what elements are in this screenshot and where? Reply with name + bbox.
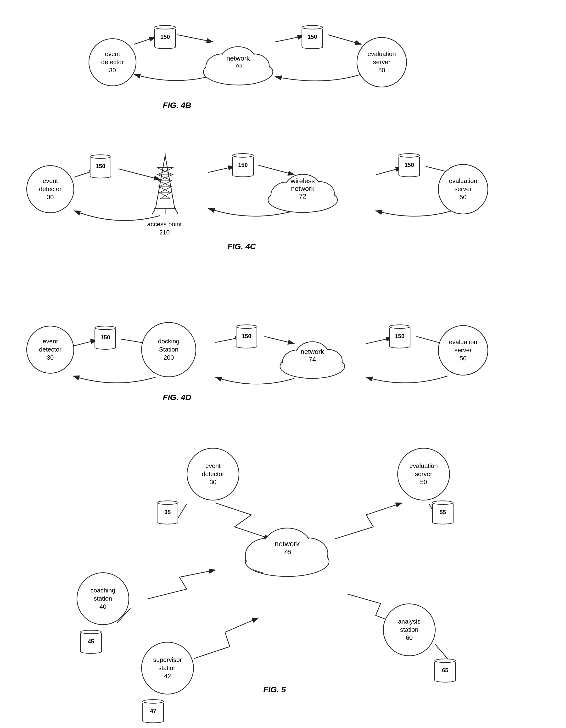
fig5-storage65: 65	[433, 659, 457, 683]
fig4b-storage1-label: 150	[160, 34, 170, 40]
svg-line-8	[208, 166, 235, 172]
fig4c-wireless-network: wireless network 72	[263, 158, 342, 213]
fig4b-storage2: 150	[300, 25, 324, 49]
fig4c-event-detector: event detector 30	[26, 165, 74, 213]
fig4b-network: network 70	[199, 31, 278, 86]
fig4d-docking-station: docking Station 200	[141, 322, 196, 377]
fig4d-storage3: 150	[388, 324, 412, 348]
fig4b-network-label: network 70	[227, 55, 250, 70]
fig4d-storage1: 150	[93, 326, 117, 350]
fig4d-event-detector: event detector 30	[26, 326, 74, 374]
fig4d-network: network 74	[275, 327, 349, 380]
svg-line-31	[156, 156, 165, 208]
fig4d-label: FIG. 4D	[163, 393, 191, 402]
svg-line-32	[165, 156, 175, 208]
fig4b-eval-server-label: evaluation server 50	[367, 50, 396, 74]
fig4d-storage2: 150	[235, 324, 259, 348]
fig4b-eval-server: evaluation server 50	[356, 37, 407, 87]
fig4c-label: FIG. 4C	[227, 242, 256, 251]
fig4b-label: FIG. 4B	[163, 101, 191, 110]
fig4b-storage1: 150	[153, 25, 177, 49]
fig4c-access-point-label: access point210	[147, 220, 182, 237]
fig4c-wireless-network-label: wireless network 72	[290, 177, 315, 200]
fig4c-tower	[141, 153, 189, 216]
fig5-analysis-station: analysis station 60	[383, 603, 435, 656]
fig4c-storage1: 150	[89, 154, 113, 178]
fig4c-storage2: 150	[231, 153, 255, 177]
fig4c-tower-svg	[141, 153, 189, 216]
fig4b-event-detector-label: event detector 30	[101, 50, 124, 74]
fig4b-storage2-label: 150	[307, 34, 317, 40]
fig4d-network-label: network 74	[300, 348, 324, 363]
svg-line-22	[435, 644, 447, 659]
fig4b-event-detector: event detector 30	[89, 38, 136, 86]
svg-line-2	[134, 37, 156, 44]
fig4c-eval-server: evaluation server 50	[438, 164, 488, 214]
fig5-network-label: network 76	[275, 540, 299, 556]
fig5-eval-server: evaluation server 50	[397, 448, 450, 501]
fig5-network: network 76	[239, 510, 335, 577]
fig5-storage45: 45	[79, 630, 103, 654]
diagram-container: event detector 30 150 network 70 150	[0, 0, 566, 728]
fig5-supervisor-station: supervisor station 42	[141, 642, 194, 694]
fig5-coaching-station: coaching station 40	[77, 572, 129, 625]
fig5-event-detector: event detector 30	[187, 448, 239, 501]
fig5-storage35: 35	[156, 501, 180, 524]
svg-line-51	[175, 208, 178, 214]
svg-line-4	[275, 36, 304, 42]
fig5-storage55: 55	[431, 501, 455, 524]
fig4d-eval-server: evaluation server 50	[438, 325, 488, 375]
svg-line-50	[152, 208, 156, 214]
fig5-label: FIG. 5	[263, 685, 286, 694]
fig4c-storage3: 150	[397, 153, 421, 177]
fig5-storage47: 47	[141, 699, 165, 723]
svg-line-5	[328, 35, 361, 44]
